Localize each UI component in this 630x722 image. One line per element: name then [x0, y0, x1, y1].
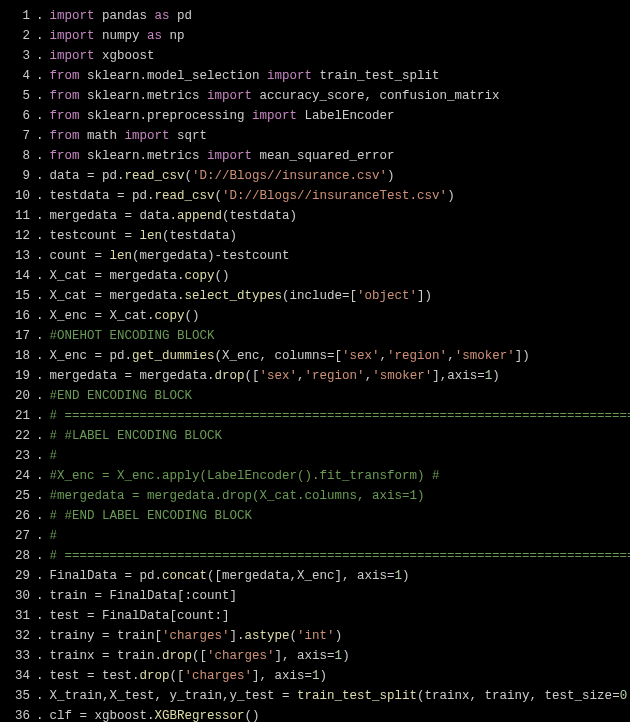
code-content: train = FinalData[:count]: [50, 586, 630, 606]
token-id: (include=[: [282, 289, 357, 303]
code-line: 34.test = test.drop(['charges'], axis=1): [0, 666, 630, 686]
line-dot: .: [36, 506, 50, 526]
code-content: trainy = train['charges'].astype('int'): [50, 626, 630, 646]
token-str: 'region': [305, 369, 365, 383]
token-kw: import: [267, 69, 312, 83]
line-number: 22: [0, 426, 36, 446]
token-str: 'D://Blogs//insurance.csv': [192, 169, 387, 183]
code-content: test = test.drop(['charges'], axis=1): [50, 666, 630, 686]
line-number: 4: [0, 66, 36, 86]
token-id: ,: [297, 369, 305, 383]
code-line: 27.#: [0, 526, 630, 546]
token-id: ],axis=: [432, 369, 485, 383]
line-dot: .: [36, 686, 50, 706]
token-id: ([: [245, 369, 260, 383]
code-content: mergedata = data.append(testdata): [50, 206, 630, 226]
token-str: 'charges': [162, 629, 230, 643]
token-comment: #X_enc = X_enc.apply(LabelEncoder().fit_…: [50, 469, 440, 483]
token-str: 'charges': [207, 649, 275, 663]
token-comment: #END ENCODING BLOCK: [50, 389, 193, 403]
token-kw: from: [50, 69, 80, 83]
code-line: 22.# #LABEL ENCODING BLOCK: [0, 426, 630, 446]
token-func: len: [110, 249, 133, 263]
line-number: 2: [0, 26, 36, 46]
line-dot: .: [36, 6, 50, 26]
line-dot: .: [36, 326, 50, 346]
token-id: ,: [380, 349, 388, 363]
code-content: # #LABEL ENCODING BLOCK: [50, 426, 630, 446]
token-id: ): [402, 569, 410, 583]
code-content: testcount = len(testdata): [50, 226, 630, 246]
code-line: 14.X_cat = mergedata.copy(): [0, 266, 630, 286]
token-id: X_cat = mergedata.: [50, 269, 185, 283]
line-number: 12: [0, 226, 36, 246]
code-line: 7.from math import sqrt: [0, 126, 630, 146]
code-line: 21.# ===================================…: [0, 406, 630, 426]
token-id: test = test.: [50, 669, 140, 683]
token-mod: pandas: [95, 9, 155, 23]
code-line: 35.X_train,X_test, y_train,y_test = trai…: [0, 686, 630, 706]
token-kw: from: [50, 89, 80, 103]
code-content: from sklearn.metrics import mean_squared…: [50, 146, 630, 166]
token-id: FinalData = pd.: [50, 569, 163, 583]
code-content: X_cat = mergedata.select_dtypes(include=…: [50, 286, 630, 306]
token-kw: from: [50, 129, 80, 143]
line-dot: .: [36, 546, 50, 566]
token-comment: #ONEHOT ENCODING BLOCK: [50, 329, 215, 343]
code-line: 33.trainx = train.drop(['charges'], axis…: [0, 646, 630, 666]
token-num: 1: [335, 649, 343, 663]
token-id: ]): [417, 289, 432, 303]
token-id: X_enc = X_cat.: [50, 309, 155, 323]
line-dot: .: [36, 66, 50, 86]
line-dot: .: [36, 646, 50, 666]
token-kw: as: [147, 29, 162, 43]
token-kw: import: [125, 129, 170, 143]
code-content: X_cat = mergedata.copy(): [50, 266, 630, 286]
line-dot: .: [36, 446, 50, 466]
token-id: X_enc = pd.: [50, 349, 133, 363]
token-id: ): [387, 169, 395, 183]
token-func: drop: [140, 669, 170, 683]
token-id: testcount =: [50, 229, 140, 243]
line-number: 35: [0, 686, 36, 706]
line-dot: .: [36, 366, 50, 386]
token-func: copy: [185, 269, 215, 283]
token-mod: LabelEncoder: [297, 109, 395, 123]
line-number: 1: [0, 6, 36, 26]
token-id: X_cat = mergedata.: [50, 289, 185, 303]
token-num: 0.3: [620, 689, 630, 703]
line-number: 36: [0, 706, 36, 722]
token-id: clf = xgboost.: [50, 709, 155, 722]
token-id: (: [215, 189, 223, 203]
code-content: count = len(mergedata)-testcount: [50, 246, 630, 266]
line-number: 21: [0, 406, 36, 426]
token-comment: # #END LABEL ENCODING BLOCK: [50, 509, 253, 523]
code-content: from math import sqrt: [50, 126, 630, 146]
line-number: 33: [0, 646, 36, 666]
code-content: import xgboost: [50, 46, 630, 66]
code-line: 2.import numpy as np: [0, 26, 630, 46]
code-line: 10.testdata = pd.read_csv('D://Blogs//in…: [0, 186, 630, 206]
token-str: 'int': [297, 629, 335, 643]
token-func: append: [177, 209, 222, 223]
line-dot: .: [36, 406, 50, 426]
token-func: XGBRegressor: [155, 709, 245, 722]
token-func: select_dtypes: [185, 289, 283, 303]
token-mod: pd: [170, 9, 193, 23]
code-content: #END ENCODING BLOCK: [50, 386, 630, 406]
token-kw: from: [50, 109, 80, 123]
code-editor: 1.import pandas as pd2.import numpy as n…: [0, 0, 630, 722]
token-id: (): [215, 269, 230, 283]
line-number: 6: [0, 106, 36, 126]
code-content: X_enc = X_cat.copy(): [50, 306, 630, 326]
line-number: 18: [0, 346, 36, 366]
code-line: 13.count = len(mergedata)-testcount: [0, 246, 630, 266]
token-str: 'charges': [185, 669, 253, 683]
token-kw: from: [50, 149, 80, 163]
line-number: 29: [0, 566, 36, 586]
code-line: 11.mergedata = data.append(testdata): [0, 206, 630, 226]
token-kw: import: [50, 29, 95, 43]
code-line: 3.import xgboost: [0, 46, 630, 66]
code-content: #mergedata = mergedata.drop(X_cat.column…: [50, 486, 630, 506]
code-content: from sklearn.model_selection import trai…: [50, 66, 630, 86]
